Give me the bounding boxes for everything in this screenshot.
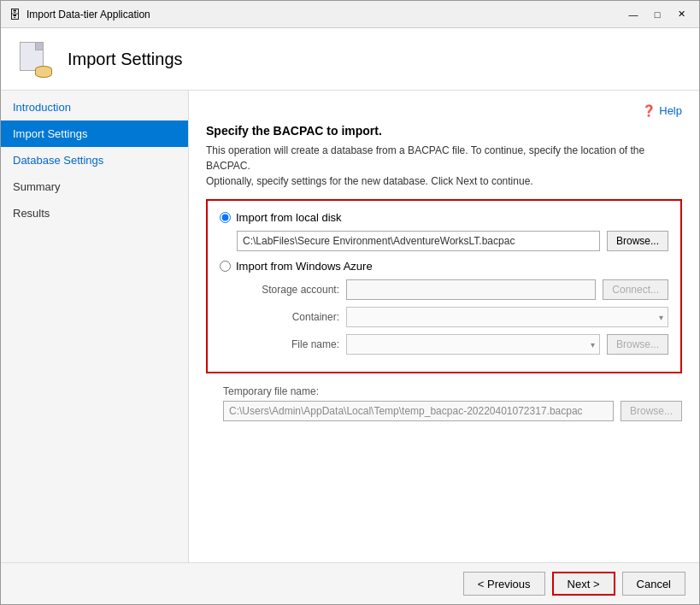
azure-radio[interactable] [220, 261, 231, 272]
temp-file-label: Temporary file name: [223, 385, 682, 397]
temp-section: Temporary file name: Browse... [206, 385, 682, 421]
container-select [346, 307, 668, 327]
temp-file-row: Browse... [223, 401, 682, 421]
window-icon: 🗄 [8, 8, 21, 21]
sidebar-item-summary: Summary [1, 173, 188, 200]
file-name-label: File name: [237, 338, 339, 350]
window-controls: — □ ✕ [622, 6, 692, 23]
close-button[interactable]: ✕ [670, 6, 692, 23]
file-name-row: File name: ▾ Browse... [237, 334, 668, 355]
import-box: Import from local disk Browse... Import … [206, 199, 682, 373]
previous-button[interactable]: < Previous [463, 572, 545, 596]
main-area: Introduction Import Settings Database Se… [1, 91, 699, 562]
help-link-container: ❓ Help [206, 104, 682, 117]
container-select-wrapper: ▾ [346, 307, 668, 327]
sidebar-item-database-settings[interactable]: Database Settings [1, 147, 188, 173]
storage-account-row: Storage account: Connect... [237, 279, 668, 300]
file-name-select-wrapper: ▾ [346, 334, 600, 355]
sidebar-item-import-settings[interactable]: Import Settings [1, 120, 188, 147]
main-window: 🗄 Import Data-tier Application — □ ✕ Imp… [0, 0, 700, 605]
sidebar: Introduction Import Settings Database Se… [1, 91, 189, 562]
section-desc: This operation will create a database fr… [206, 143, 682, 189]
local-file-row: Browse... [237, 231, 668, 251]
header-area: Import Settings [1, 28, 699, 91]
local-disk-radio[interactable] [220, 212, 231, 223]
azure-section: Import from Windows Azure Storage accoun… [220, 260, 668, 355]
header-title: Import Settings [68, 50, 183, 69]
file-name-select [346, 334, 600, 355]
container-label: Container: [237, 311, 339, 323]
header-icon [15, 38, 56, 79]
browse-button-2: Browse... [607, 334, 668, 355]
section-title: Specify the BACPAC to import. [206, 124, 682, 138]
title-bar: 🗄 Import Data-tier Application — □ ✕ [1, 1, 699, 28]
local-file-input[interactable] [237, 231, 600, 251]
azure-label[interactable]: Import from Windows Azure [236, 260, 373, 273]
local-disk-radio-row: Import from local disk [220, 211, 668, 224]
sidebar-item-introduction[interactable]: Introduction [1, 94, 188, 120]
temp-file-input [223, 401, 614, 421]
footer: < Previous Next > Cancel [1, 562, 699, 604]
sidebar-item-results: Results [1, 200, 188, 226]
azure-radio-row: Import from Windows Azure [220, 260, 668, 273]
help-icon: ❓ [642, 104, 656, 117]
browse-button-1[interactable]: Browse... [607, 231, 668, 251]
container-row: Container: ▾ [237, 307, 668, 327]
storage-account-label: Storage account: [237, 284, 339, 296]
local-disk-label[interactable]: Import from local disk [236, 211, 342, 224]
next-button[interactable]: Next > [552, 572, 615, 596]
minimize-button[interactable]: — [622, 6, 644, 23]
window-title: Import Data-tier Application [26, 9, 622, 21]
cancel-button[interactable]: Cancel [622, 572, 685, 596]
storage-account-input [346, 279, 596, 300]
restore-button[interactable]: □ [646, 6, 668, 23]
connect-button: Connect... [603, 279, 668, 300]
content-area: ❓ Help Specify the BACPAC to import. Thi… [189, 91, 699, 562]
browse-button-3: Browse... [621, 401, 682, 421]
help-link[interactable]: ❓ Help [642, 104, 682, 117]
